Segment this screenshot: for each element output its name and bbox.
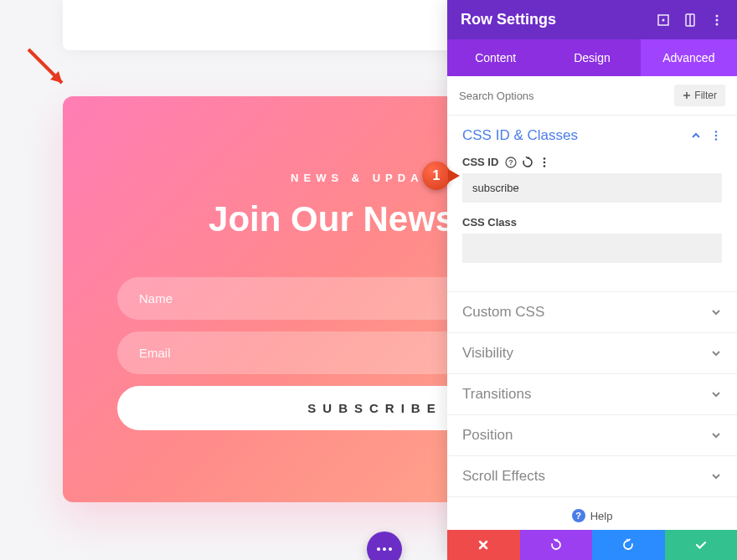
css-class-input[interactable] bbox=[462, 234, 722, 263]
redo-icon bbox=[621, 538, 635, 552]
section-header-transitions[interactable]: Transitions bbox=[447, 374, 737, 414]
chevron-down-icon bbox=[710, 470, 722, 482]
svg-point-7 bbox=[715, 131, 718, 133]
fab-dot bbox=[389, 547, 392, 551]
plus-icon bbox=[683, 91, 691, 100]
section-css-id-classes: CSS ID & Classes CSS ID ? CSS Class bbox=[447, 116, 737, 292]
section-header-position[interactable]: Position bbox=[447, 415, 737, 455]
close-icon bbox=[477, 539, 489, 551]
section-header-scroll-effects[interactable]: Scroll Effects bbox=[447, 456, 737, 496]
css-id-label-row: CSS ID ? bbox=[462, 156, 722, 168]
panel-header: Row Settings bbox=[447, 0, 737, 39]
section-header-visibility[interactable]: Visibility bbox=[447, 333, 737, 373]
section-title-position: Position bbox=[462, 427, 513, 444]
help-circle-icon: ? bbox=[572, 509, 585, 522]
fab-dot bbox=[383, 547, 386, 551]
field-more-icon[interactable] bbox=[539, 157, 550, 168]
css-id-label: CSS ID bbox=[462, 156, 498, 168]
panel-title: Row Settings bbox=[461, 11, 556, 28]
help-icon[interactable]: ? bbox=[505, 157, 517, 168]
svg-point-9 bbox=[715, 138, 718, 141]
redo-button[interactable] bbox=[592, 530, 665, 560]
bottom-action-bar bbox=[447, 530, 737, 560]
section-header-custom-css[interactable]: Custom CSS bbox=[447, 292, 737, 332]
section-header-css-id-classes[interactable]: CSS ID & Classes bbox=[447, 116, 737, 156]
tab-advanced[interactable]: Advanced bbox=[641, 39, 737, 76]
help-label: Help bbox=[590, 510, 613, 522]
svg-point-8 bbox=[715, 135, 718, 137]
tabs: Content Design Advanced bbox=[447, 39, 737, 76]
check-icon bbox=[694, 538, 708, 552]
undo-button[interactable] bbox=[520, 530, 593, 560]
section-visibility: Visibility bbox=[447, 333, 737, 374]
section-title-css-id-classes: CSS ID & Classes bbox=[462, 127, 578, 144]
section-title-scroll-effects: Scroll Effects bbox=[462, 468, 545, 485]
section-title-visibility: Visibility bbox=[462, 345, 513, 362]
expand-icon[interactable] bbox=[657, 13, 670, 27]
tab-content[interactable]: Content bbox=[447, 39, 544, 76]
chevron-up-icon bbox=[690, 130, 702, 141]
undo-icon bbox=[549, 538, 563, 552]
svg-point-5 bbox=[716, 18, 719, 21]
filter-label: Filter bbox=[694, 90, 717, 101]
chevron-down-icon bbox=[710, 388, 722, 400]
svg-point-1 bbox=[662, 18, 665, 21]
svg-text:?: ? bbox=[509, 158, 514, 167]
section-scroll-effects: Scroll Effects bbox=[447, 456, 737, 497]
css-id-input[interactable] bbox=[462, 173, 722, 203]
svg-point-4 bbox=[716, 14, 719, 17]
save-button[interactable] bbox=[665, 530, 738, 560]
section-transitions: Transitions bbox=[447, 374, 737, 415]
section-position: Position bbox=[447, 415, 737, 456]
search-filter-row: Filter bbox=[447, 76, 737, 116]
responsive-icon[interactable] bbox=[683, 13, 697, 27]
svg-point-13 bbox=[544, 161, 546, 163]
svg-point-12 bbox=[544, 157, 546, 160]
row-settings-panel: Row Settings Content Design Advanced Fil… bbox=[447, 0, 737, 560]
section-title-custom-css: Custom CSS bbox=[462, 304, 544, 321]
help-row[interactable]: ? Help bbox=[447, 497, 737, 530]
chevron-down-icon bbox=[710, 429, 722, 441]
more-icon[interactable] bbox=[710, 13, 724, 27]
fab-more-button[interactable] bbox=[367, 532, 402, 560]
filter-button[interactable]: Filter bbox=[674, 85, 725, 106]
section-custom-css: Custom CSS bbox=[447, 292, 737, 333]
svg-point-6 bbox=[716, 23, 719, 25]
section-more-icon[interactable] bbox=[710, 130, 722, 141]
reset-icon[interactable] bbox=[522, 157, 533, 168]
section-title-transitions: Transitions bbox=[462, 386, 532, 403]
chevron-down-icon bbox=[710, 306, 722, 318]
tab-design[interactable]: Design bbox=[544, 39, 640, 76]
css-class-label: CSS Class bbox=[462, 216, 722, 229]
callout-marker-1: 1 bbox=[422, 162, 451, 190]
search-options-input[interactable] bbox=[459, 90, 667, 102]
annotation-arrow bbox=[25, 46, 67, 88]
chevron-down-icon bbox=[710, 347, 722, 359]
cancel-button[interactable] bbox=[447, 530, 520, 560]
section-body-css-id-classes: CSS ID ? CSS Class bbox=[447, 156, 737, 291]
fab-dot bbox=[377, 547, 380, 551]
svg-point-14 bbox=[544, 165, 546, 167]
